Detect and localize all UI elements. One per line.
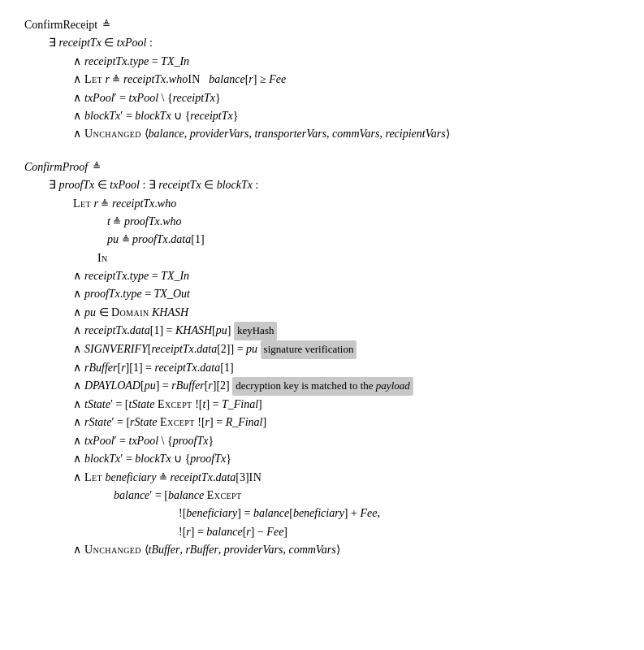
cr-line-2: ∧ receiptTx.type = TX_In bbox=[73, 53, 620, 71]
cp-conj-2: ∧ proofTx.type = TX_Out bbox=[73, 285, 620, 303]
math-document: ConfirmReceipt ≜ ∃ receiptTx ∈ txPool : … bbox=[24, 16, 620, 560]
cp-balance-line-1: balance′ = [balance Except bbox=[114, 487, 620, 505]
cr-line-1: ∃ receiptTx ∈ txPool : bbox=[49, 34, 620, 52]
cp-conj-3: ∧ pu ∈ Domain KHASH bbox=[73, 304, 620, 322]
cr-line-6: ∧ Unchanged ⟨balance, providerVars, tran… bbox=[73, 125, 620, 143]
cp-in: In bbox=[73, 249, 620, 267]
cp-conj-7: ∧ DPAYLOAD[pu] = rBuffer[r][2] decryptio… bbox=[73, 377, 620, 396]
cr-line-4: ∧ txPool′ = txPool \ {receiptTx} bbox=[73, 89, 620, 107]
cp-line-1: ∃ proofTx ∈ txPool : ∃ receiptTx ∈ block… bbox=[49, 176, 620, 194]
confirm-receipt-section: ConfirmReceipt ≜ ∃ receiptTx ∈ txPool : … bbox=[24, 16, 620, 144]
sig-verify-annotation: signature verification bbox=[261, 340, 357, 359]
cp-conj-11: ∧ blockTx′ = blockTx ∪ {proofTx} bbox=[73, 450, 620, 468]
cr-line-5: ∧ blockTx′ = blockTx ∪ {receiptTx} bbox=[73, 107, 620, 125]
cp-let-header: Let r ≜ receiptTx.who bbox=[73, 195, 620, 213]
cp-conj-10: ∧ txPool′ = txPool \ {proofTx} bbox=[73, 432, 620, 450]
tri-eq-2: ≜ bbox=[93, 159, 101, 175]
confirm-proof-name: ConfirmProof bbox=[24, 158, 88, 176]
cp-let-pu: pu ≜ proofTx.data[1] bbox=[107, 231, 620, 249]
confirm-proof-section: ConfirmProof ≜ ∃ proofTx ∈ txPool : ∃ re… bbox=[24, 158, 620, 560]
cp-balance-line-2: ![beneficiary] = balance[beneficiary] + … bbox=[179, 505, 620, 522]
confirm-receipt-header: ConfirmReceipt ≜ bbox=[24, 16, 620, 34]
keyhash-annotation: keyHash bbox=[234, 322, 278, 340]
cp-conj-5: ∧ SIGNVERIFY[receiptTx.data[2]] = pu sig… bbox=[73, 340, 620, 359]
cp-balance-line-3: ![r] = balance[r] − Fee] bbox=[179, 523, 620, 541]
tri-eq-1: ≜ bbox=[102, 17, 110, 32]
confirm-proof-header: ConfirmProof ≜ bbox=[24, 158, 620, 176]
cp-conj-12: ∧ Let beneficiary ≜ receiptTx.data[3]IN bbox=[73, 469, 620, 487]
cp-conj-1: ∧ receiptTx.type = TX_In bbox=[73, 267, 620, 285]
cp-let-t: t ≜ proofTx.who bbox=[107, 213, 620, 231]
cp-conj-8: ∧ tState′ = [tState Except ![t] = T_Fina… bbox=[73, 396, 620, 414]
confirm-receipt-name: ConfirmReceipt bbox=[24, 16, 97, 34]
cp-balance-block: balance′ = [balance Except ![beneficiary… bbox=[73, 487, 620, 541]
cp-conj-4: ∧ receiptTx.data[1] = KHASH[pu] keyHash bbox=[73, 322, 620, 340]
cp-unchanged: ∧ Unchanged ⟨tBuffer, rBuffer, providerV… bbox=[73, 541, 620, 559]
cp-conj-6: ∧ rBuffer[r][1] = receiptTx.data[1] bbox=[73, 359, 620, 377]
cp-conj-9: ∧ rState′ = [rState Except ![r] = R_Fina… bbox=[73, 414, 620, 431]
cr-line-3: ∧ Let r ≜ receiptTx.whoIN balance[r] ≥ F… bbox=[73, 71, 620, 89]
decryption-annotation: decryption key is matched to the payload bbox=[232, 377, 413, 396]
